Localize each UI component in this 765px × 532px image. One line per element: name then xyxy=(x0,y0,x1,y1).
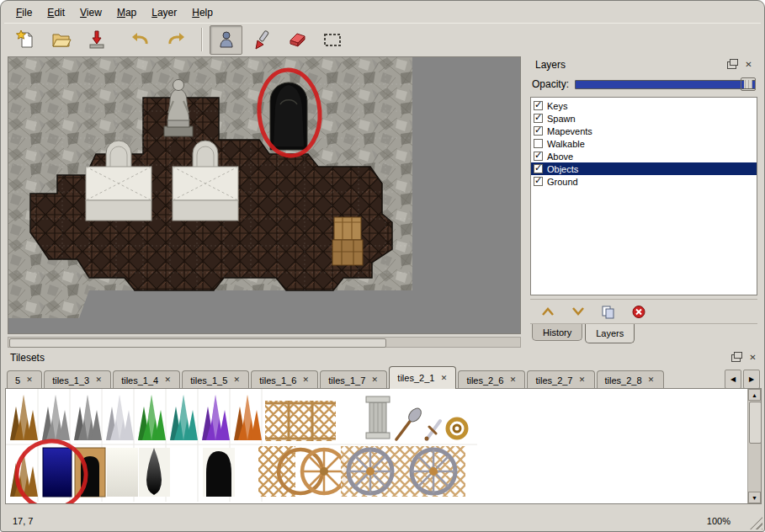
close-tab-icon[interactable] xyxy=(232,376,241,385)
close-tab-icon[interactable] xyxy=(25,376,34,385)
tileset-canvas[interactable] xyxy=(6,389,748,503)
map-editor-window: File Edit View Map Layer Help xyxy=(0,0,765,532)
save-button[interactable] xyxy=(80,25,113,55)
zoom-level: 100% xyxy=(707,516,752,526)
delete-layer-button[interactable] xyxy=(630,303,648,320)
scroll-up-icon[interactable] xyxy=(748,389,761,401)
redo-icon xyxy=(165,29,187,51)
scroll-tabs-left-button[interactable] xyxy=(725,370,741,389)
tab-layers[interactable]: Layers xyxy=(585,324,635,343)
float-icon xyxy=(727,61,736,69)
tab-history[interactable]: History xyxy=(532,324,582,341)
close-tab-icon[interactable] xyxy=(370,376,379,385)
layer-visibility-checkbox[interactable] xyxy=(534,139,543,148)
tileset-tab-tiles-2-6[interactable]: tiles_2_6 xyxy=(458,370,525,389)
crate-sprite xyxy=(332,217,363,265)
layer-visibility-checkbox[interactable] xyxy=(534,164,543,173)
tab-layers-label: Layers xyxy=(596,328,624,338)
tilesets-float-button[interactable] xyxy=(729,351,743,365)
layer-row-spawn[interactable]: Spawn xyxy=(531,112,757,125)
redo-button[interactable] xyxy=(159,25,192,55)
layer-row-walkable[interactable]: Walkable xyxy=(531,137,757,150)
layer-toolbar xyxy=(530,299,757,324)
paint-tool-button[interactable] xyxy=(245,25,278,55)
tileset-vscroll-thumb[interactable] xyxy=(749,402,762,444)
opacity-slider[interactable] xyxy=(575,80,756,89)
menu-item-edit[interactable]: Edit xyxy=(40,5,72,20)
toolbar xyxy=(4,23,761,56)
layer-visibility-checkbox[interactable] xyxy=(534,101,543,110)
menu-item-view[interactable]: View xyxy=(73,5,109,20)
new-file-button[interactable] xyxy=(9,25,42,55)
tileset-tab-tiles-2-1[interactable]: tiles_2_1 xyxy=(389,366,456,389)
duplicate-icon xyxy=(601,305,616,319)
layer-list: Keys Spawn Mapevents Walkable Above Obje… xyxy=(530,97,757,295)
tileset-tab-tiles-2-8[interactable]: tiles_2_8 xyxy=(597,370,664,389)
new-file-icon xyxy=(15,29,37,51)
layers-close-button[interactable] xyxy=(741,58,756,72)
open-button[interactable] xyxy=(45,25,77,55)
selection-rect-icon xyxy=(321,29,343,51)
duplicate-layer-button[interactable] xyxy=(599,303,618,320)
layer-row-ground[interactable]: Ground xyxy=(531,175,757,188)
menu-item-layer[interactable]: Layer xyxy=(145,5,183,20)
opacity-slider-handle[interactable] xyxy=(741,77,756,91)
tileset-tab-label: tiles_1_7 xyxy=(328,375,365,386)
layer-row-mapevents[interactable]: Mapevents xyxy=(531,125,757,137)
tilesets-panel-titlebar: Tilesets xyxy=(3,349,763,366)
map-horizontal-scrollbar[interactable] xyxy=(8,337,521,348)
eraser-tool-button[interactable] xyxy=(280,25,313,55)
opacity-row: Opacity: xyxy=(532,75,756,93)
layers-float-button[interactable] xyxy=(725,58,739,72)
tileset-tab-partial[interactable]: 5 xyxy=(7,370,42,389)
tilesets-close-button[interactable] xyxy=(746,351,760,365)
close-tab-icon[interactable] xyxy=(439,374,448,382)
menu-item-file[interactable]: File xyxy=(9,5,39,20)
layer-row-objects[interactable]: Objects xyxy=(531,162,757,175)
tilesets-panel: Tilesets 5 tiles_1_3 tiles_1_4 tiles_1_5 xyxy=(3,349,763,508)
faded-white-tile xyxy=(107,448,138,497)
scroll-down-icon[interactable] xyxy=(748,492,761,503)
close-tab-icon[interactable] xyxy=(508,376,517,385)
close-tab-icon[interactable] xyxy=(163,376,172,385)
tileset-vertical-scrollbar[interactable] xyxy=(747,389,761,503)
tileset-tab-tiles-1-4[interactable]: tiles_1_4 xyxy=(113,370,180,389)
layer-label: Ground xyxy=(547,177,578,187)
tileset-tab-tiles-1-7[interactable]: tiles_1_7 xyxy=(320,370,387,389)
close-tab-icon[interactable] xyxy=(647,376,656,385)
map-hscroll-thumb[interactable] xyxy=(9,338,386,348)
layer-row-above[interactable]: Above xyxy=(531,150,757,162)
map-canvas[interactable] xyxy=(8,56,521,334)
tileset-render xyxy=(6,389,748,503)
move-layer-down-button[interactable] xyxy=(569,303,587,320)
layer-visibility-checkbox[interactable] xyxy=(534,152,543,161)
opacity-label: Opacity: xyxy=(532,78,569,90)
layer-visibility-checkbox[interactable] xyxy=(534,177,543,186)
tileset-tab-tiles-1-6[interactable]: tiles_1_6 xyxy=(251,370,318,389)
tileset-tab-label: tiles_2_6 xyxy=(466,375,503,386)
layer-row-keys[interactable]: Keys xyxy=(531,99,757,112)
layers-panel-titlebar: Layers xyxy=(529,56,759,73)
layer-visibility-checkbox[interactable] xyxy=(534,126,543,136)
tileset-tab-tiles-1-3[interactable]: tiles_1_3 xyxy=(44,370,111,389)
paint-brush-icon xyxy=(251,29,273,51)
close-tab-icon[interactable] xyxy=(578,376,587,385)
move-layer-up-button[interactable] xyxy=(539,303,557,320)
menubar: File Edit View Map Layer Help xyxy=(4,4,761,21)
float-icon xyxy=(731,354,741,362)
open-folder-icon xyxy=(50,29,72,51)
dark-figure-sprite xyxy=(270,82,307,150)
person-tool-button[interactable] xyxy=(210,25,242,55)
close-tab-icon[interactable] xyxy=(94,376,103,385)
undo-button[interactable] xyxy=(124,25,157,55)
tileset-tab-tiles-1-5[interactable]: tiles_1_5 xyxy=(182,370,249,389)
layer-visibility-checkbox[interactable] xyxy=(534,114,543,123)
close-tab-icon[interactable] xyxy=(301,376,310,385)
menu-item-help[interactable]: Help xyxy=(185,5,220,20)
chevron-up-icon xyxy=(540,306,555,317)
tileset-tab-tiles-2-7[interactable]: tiles_2_7 xyxy=(527,370,594,389)
menu-item-map[interactable]: Map xyxy=(110,5,143,20)
selection-tool-button[interactable] xyxy=(316,25,348,55)
scroll-tabs-right-button[interactable] xyxy=(743,370,760,389)
save-icon xyxy=(86,29,108,51)
